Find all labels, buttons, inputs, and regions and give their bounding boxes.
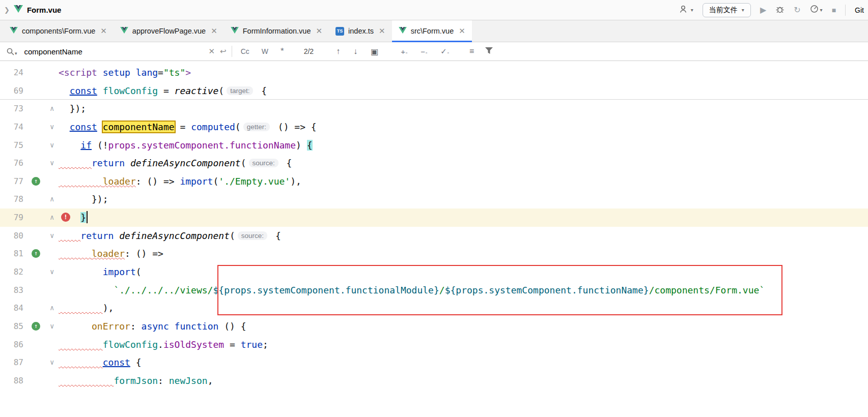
code-token[interactable]: ( — [235, 122, 241, 132]
code-token[interactable] — [97, 67, 103, 78]
code-token[interactable]: : () => — [136, 176, 180, 187]
code-line[interactable]: 77↑ loader: () => import('./Empty.vue'), — [0, 172, 868, 191]
code-token[interactable]: = — [175, 122, 191, 132]
code-token[interactable]: ( — [241, 158, 246, 168]
code-line[interactable]: 76∨ return defineAsyncComponent(source: … — [0, 154, 868, 172]
tab-1[interactable]: components\Form.vue✕ — [3, 20, 114, 42]
code-token[interactable]: loader — [103, 176, 136, 187]
code-token[interactable]: flowConfig — [103, 85, 158, 96]
code-line[interactable]: 87∨ const { — [0, 353, 868, 372]
code-token[interactable]: defineAsyncComponent — [130, 158, 241, 168]
code-token[interactable] — [59, 375, 114, 386]
code-token[interactable]: const — [103, 357, 130, 368]
next-match-button[interactable]: ↓ — [349, 47, 361, 56]
code-token[interactable]: = — [158, 67, 163, 78]
code-token[interactable]: : — [158, 375, 169, 386]
code-token[interactable]: = — [158, 85, 175, 96]
line-number[interactable]: 82 — [0, 263, 23, 281]
code-line[interactable]: 83 `./../../../views/${props.systemCompo… — [0, 281, 868, 300]
filter-lines-icon[interactable]: ≡ — [465, 47, 478, 56]
close-tab-icon[interactable]: ✕ — [459, 26, 465, 36]
code-token[interactable] — [59, 158, 92, 168]
code-line[interactable]: 73∧ }); — [0, 100, 868, 118]
code-token[interactable]: lang — [136, 67, 158, 78]
tab-3[interactable]: FormInformation.vue✕ — [224, 20, 329, 42]
code-token[interactable] — [97, 85, 103, 96]
code-token[interactable]: formJson — [114, 375, 158, 386]
line-number[interactable]: 76 — [0, 154, 23, 172]
code-text[interactable]: }); — [59, 190, 868, 208]
code-token[interactable]: flowConfig — [103, 339, 158, 350]
code-text[interactable]: }); — [59, 100, 868, 118]
search-input[interactable]: componentName — [24, 47, 204, 56]
code-token[interactable]: <script — [59, 67, 97, 78]
code-token[interactable]: : () => — [125, 248, 163, 259]
code-token[interactable]: { — [270, 230, 281, 241]
code-token[interactable]: computed — [191, 122, 235, 132]
fold-expand-icon[interactable]: ∨ — [50, 118, 54, 136]
code-line[interactable]: 79!∧ } — [0, 208, 868, 227]
remove-occurrence-icon[interactable]: −▫ — [416, 47, 431, 56]
code-line[interactable]: 74∨ const componentName = computed(gette… — [0, 118, 868, 136]
fold-expand-icon[interactable]: ∨ — [50, 136, 54, 155]
fold-expand-icon[interactable]: ∨ — [50, 227, 54, 245]
code-token[interactable] — [59, 357, 103, 368]
code-text[interactable]: <script setup lang="ts"> — [59, 64, 868, 82]
code-token[interactable]: props.systemComponent.functionName — [456, 285, 643, 295]
code-token[interactable] — [59, 140, 80, 151]
rerun-with-coverage-button[interactable]: ↻ — [794, 5, 800, 15]
code-token[interactable]: componentName — [103, 122, 175, 132]
code-line[interactable]: 86 flowConfig.isOldSystem = true; — [0, 336, 868, 354]
previous-match-button[interactable]: ↑ — [332, 47, 344, 56]
code-token[interactable]: > — [185, 67, 191, 78]
code-text[interactable]: const { — [59, 353, 868, 372]
code-token[interactable] — [169, 321, 175, 332]
close-tab-icon[interactable]: ✕ — [100, 26, 107, 36]
tab-2[interactable]: approveFlowPage.vue✕ — [114, 20, 224, 42]
code-line[interactable]: 88 formJson: newJson, — [0, 372, 868, 390]
code-token[interactable] — [59, 266, 103, 277]
line-number[interactable]: 75 — [0, 136, 23, 155]
code-token[interactable]: ( — [218, 85, 224, 96]
inlay-hint[interactable]: target: — [227, 86, 253, 95]
code-text[interactable]: import( — [59, 263, 868, 281]
fold-expand-icon[interactable]: ∨ — [50, 353, 54, 372]
code-token[interactable]: import — [103, 266, 136, 277]
code-text[interactable]: return defineAsyncComponent(source: { — [59, 154, 868, 172]
code-token[interactable]: { — [256, 85, 267, 96]
code-token[interactable] — [59, 176, 103, 187]
code-token[interactable]: } — [80, 212, 86, 223]
code-token[interactable] — [59, 303, 103, 313]
code-token[interactable]: }); — [59, 194, 108, 204]
code-token[interactable] — [125, 158, 130, 168]
inlay-hint[interactable]: source: — [238, 231, 267, 240]
fold-expand-icon[interactable]: ∨ — [50, 154, 54, 172]
code-text[interactable]: ), — [59, 299, 868, 317]
whole-words-toggle[interactable]: W — [258, 46, 272, 56]
code-token[interactable]: , — [208, 375, 213, 386]
code-token[interactable]: loader — [92, 248, 125, 259]
select-all-occurrences-icon[interactable]: ✓▫ — [436, 47, 453, 56]
code-token[interactable]: ${ — [213, 285, 224, 295]
code-token[interactable]: { — [281, 158, 292, 168]
code-line[interactable]: 78∧ }); — [0, 190, 868, 208]
fold-expand-icon[interactable]: ∨ — [50, 263, 54, 281]
git-menu[interactable]: Git — [855, 6, 864, 14]
code-text[interactable]: `./../../../views/${props.systemComponen… — [59, 281, 868, 300]
line-number[interactable]: 88 — [0, 372, 23, 390]
line-number[interactable]: 78 — [0, 190, 23, 208]
code-text[interactable]: if (!props.systemComponent.functionName)… — [59, 136, 868, 155]
close-tab-icon[interactable]: ✕ — [316, 26, 323, 36]
code-token[interactable] — [130, 67, 136, 78]
code-token[interactable] — [59, 248, 92, 259]
code-token[interactable]: setup — [103, 67, 130, 78]
code-token[interactable]: . — [158, 339, 163, 350]
gutter-arrow-icon[interactable]: ↑ — [32, 249, 40, 258]
code-line[interactable]: 24<script setup lang="ts"> — [0, 64, 868, 82]
open-in-find-window-icon[interactable]: ▣ — [367, 47, 382, 56]
code-token[interactable]: reactive — [175, 85, 219, 96]
code-token[interactable]: newJson — [169, 375, 208, 386]
fold-collapse-icon[interactable]: ∧ — [50, 299, 54, 317]
gutter-arrow-icon[interactable]: ↑ — [32, 322, 40, 331]
code-token[interactable]: ; — [263, 339, 268, 350]
